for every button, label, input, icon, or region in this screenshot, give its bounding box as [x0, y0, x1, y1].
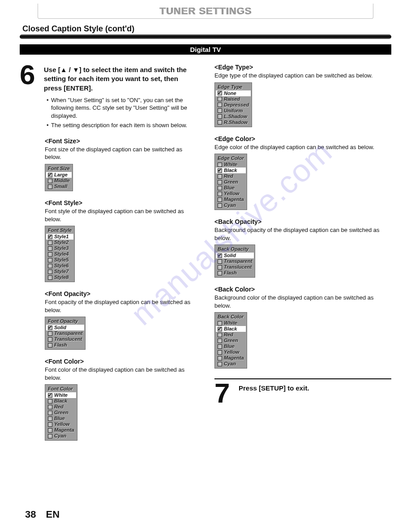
menu-option-label: Solid [224, 253, 236, 258]
menu-option: Black [216, 167, 246, 173]
menu-option-label: Large [54, 172, 68, 178]
menu-option: Uniform [216, 108, 251, 114]
menu-option-label: Style3 [54, 245, 68, 251]
checkbox-icon [48, 343, 52, 348]
menu-option: Black [46, 398, 76, 404]
menu-title: Font Color [46, 386, 76, 392]
menu-option-label: Cyan [54, 433, 66, 439]
section-header: Closed Caption Style (cont'd) [20, 23, 391, 39]
menu-option: Style1 [46, 234, 73, 240]
back-opacity-menu: Back Opacity Solid Transparent Transluce… [214, 245, 255, 278]
checkbox-icon [218, 103, 222, 107]
menu-option-label: Magenta [54, 427, 74, 433]
menu-title: Font Style [46, 227, 73, 234]
checkbox-icon [218, 362, 222, 366]
checkbox-icon [48, 240, 52, 245]
content-columns: 6 Use [▲ / ▼] to select the item and swi… [20, 64, 391, 441]
edge-color-title: <Edge Color> [214, 135, 391, 142]
menu-option: Style8 [46, 275, 73, 280]
checkbox-icon [48, 337, 52, 342]
checkbox-icon [48, 235, 52, 239]
checkbox-icon [48, 399, 52, 403]
edge-type-menu: Edge Type None Raised Depressed Uniform … [214, 82, 252, 127]
checkbox-icon [218, 163, 222, 167]
menu-option: Solid [216, 253, 254, 258]
edge-color-section: <Edge Color> Edge color of the displayed… [214, 135, 391, 210]
font-style-desc: Font style of the displayed caption can … [45, 207, 197, 223]
checkbox-icon [48, 434, 52, 438]
checkbox-icon [48, 179, 52, 183]
back-opacity-title: <Back Opacity> [214, 218, 391, 225]
menu-option: Style7 [46, 269, 73, 275]
checkbox-icon [48, 411, 52, 415]
menu-option-label: Raised [224, 96, 240, 102]
checkbox-icon [218, 350, 222, 355]
page-header-title: TUNER SETTINGS [159, 5, 252, 17]
checkbox-icon [48, 405, 52, 409]
step-6-bullets: When "User Setting" is set to "ON", you … [20, 96, 197, 129]
checkbox-icon [218, 321, 222, 326]
menu-option: Black [216, 326, 246, 332]
checkbox-icon [218, 356, 222, 360]
menu-option: Yellow [46, 421, 76, 427]
menu-option-label: White [54, 392, 68, 398]
menu-option-label: Black [54, 398, 67, 404]
menu-option: Flash [216, 270, 254, 276]
menu-option: Green [216, 179, 246, 185]
font-opacity-desc: Font opacity of the displayed caption ca… [45, 298, 197, 314]
checkbox-icon [218, 327, 222, 331]
page-language: EN [46, 509, 60, 520]
menu-option-label: Style2 [54, 240, 68, 245]
menu-option-label: Style4 [54, 251, 68, 257]
menu-option: White [216, 162, 246, 167]
menu-option: Cyan [216, 202, 246, 208]
menu-option: Red [46, 404, 76, 410]
font-color-title: <Font Color> [45, 358, 197, 365]
menu-option: Style3 [46, 245, 73, 251]
menu-option-label: Solid [54, 325, 66, 330]
step-6-text: Use [▲ / ▼] to select the item and switc… [44, 64, 197, 93]
checkbox-icon [218, 97, 222, 101]
menu-option-label: Middle [54, 178, 70, 184]
menu-option: Style2 [46, 240, 73, 245]
menu-option-label: Black [224, 326, 237, 332]
menu-option-label: Red [54, 404, 64, 410]
menu-option-label: Red [224, 332, 233, 338]
menu-option: Style4 [46, 251, 73, 257]
checkbox-icon [48, 184, 52, 189]
menu-title: Edge Color [216, 155, 246, 162]
checkbox-icon [218, 114, 222, 119]
step-7-section: 7 Press [SETUP] to exit. [214, 378, 391, 404]
menu-option: Green [216, 338, 246, 343]
menu-option-label: Small [54, 184, 67, 189]
checkbox-icon [48, 331, 52, 336]
edge-type-section: <Edge Type> Edge type of the displayed c… [214, 64, 391, 127]
header-box: TUNER SETTINGS [38, 4, 373, 19]
page-number: 38 [25, 509, 36, 520]
menu-option: Solid [46, 325, 84, 330]
checkbox-icon [218, 259, 222, 264]
menu-option: Cyan [216, 361, 246, 367]
menu-option: White [46, 392, 76, 398]
menu-option-label: Green [54, 410, 68, 416]
menu-option: Yellow [216, 191, 246, 197]
bullet-item: When "User Setting" is set to "ON", you … [47, 96, 197, 120]
menu-option: Blue [46, 416, 76, 421]
checkbox-icon [218, 197, 222, 202]
checkbox-icon [218, 168, 222, 173]
menu-option: Transparent [46, 330, 84, 336]
menu-option-label: Uniform [224, 108, 243, 114]
step-6: 6 Use [▲ / ▼] to select the item and swi… [20, 64, 197, 93]
checkbox-icon [48, 246, 52, 251]
back-opacity-section: <Back Opacity> Background opacity of the… [214, 218, 391, 278]
checkbox-icon [218, 186, 222, 190]
menu-option: Translucent [216, 264, 254, 270]
menu-option: Magenta [46, 427, 76, 433]
menu-title: Font Size [46, 165, 72, 172]
menu-option: Blue [216, 185, 246, 191]
edge-type-desc: Edge type of the displayed caption can b… [214, 72, 391, 80]
menu-option: Depressed [216, 102, 251, 108]
menu-option-label: L.Shadow [224, 114, 247, 120]
menu-option-label: Magenta [224, 355, 244, 361]
menu-option-label: R.Shadow [224, 120, 248, 125]
